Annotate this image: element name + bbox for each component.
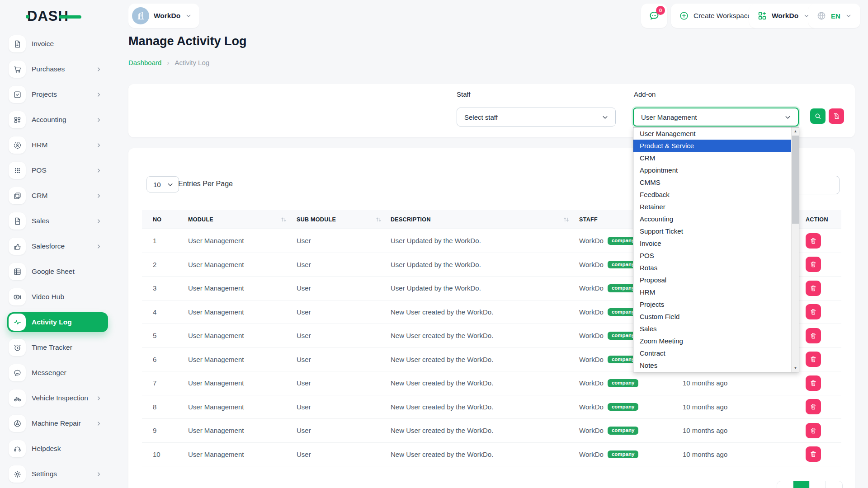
sidebar-item-salesforce[interactable]: Salesforce <box>7 236 108 256</box>
delete-button[interactable] <box>806 446 821 462</box>
dropdown-option-crm[interactable]: CRM <box>633 152 791 164</box>
clear-filter-button[interactable] <box>829 108 844 124</box>
sidebar-item-activity-log[interactable]: Activity Log <box>7 312 108 332</box>
cell-sub-module: User <box>291 403 386 411</box>
sidebar-item-pos[interactable]: POS <box>7 160 108 180</box>
addon-select[interactable]: User Management <box>633 108 799 127</box>
page-button-2[interactable]: 2 <box>810 481 826 488</box>
sidebar-item-video-hub[interactable]: Video Hub <box>7 287 108 307</box>
cell-module: User Management <box>183 332 291 339</box>
scroll-down-arrow[interactable]: ▼ <box>792 364 799 372</box>
search-icon <box>814 113 821 120</box>
dropdown-scrollbar[interactable]: ▲ ▼ <box>791 127 799 372</box>
language-selector[interactable]: EN <box>808 4 860 28</box>
cell-no: 5 <box>142 332 183 339</box>
sidebar-item-hrm[interactable]: HRM <box>7 135 108 155</box>
staff-select[interactable]: Select staff <box>457 108 616 127</box>
dropdown-option-sales[interactable]: Sales <box>633 323 791 335</box>
sidebar-item-label: Salesforce <box>32 242 65 250</box>
sidebar-item-helpdesk[interactable]: Helpdesk <box>7 439 108 459</box>
header-cell-module[interactable]: MODULE <box>183 216 291 223</box>
activity-log-icon <box>13 318 22 327</box>
page-button-1[interactable]: 1 <box>793 481 810 488</box>
dropdown-option-invoice[interactable]: Invoice <box>633 237 791 249</box>
dropdown-option-retainer[interactable]: Retainer <box>633 201 791 213</box>
topbar: DASH WorkDo 0 Create Workspace WorkDo <box>0 0 868 32</box>
cell-sub-module: User <box>291 237 386 244</box>
delete-button[interactable] <box>806 257 821 272</box>
dropdown-option-appointment[interactable]: Appointment <box>633 164 791 176</box>
delete-button[interactable] <box>806 352 821 367</box>
delete-button[interactable] <box>806 375 821 391</box>
sidebar-item-projects[interactable]: Projects <box>7 84 108 104</box>
dropdown-option-rotas[interactable]: Rotas <box>633 262 791 274</box>
cell-no: 10 <box>142 450 183 458</box>
dropdown-option-user-management[interactable]: User Management <box>633 127 791 140</box>
delete-button[interactable] <box>806 399 821 414</box>
breadcrumb-current: Activity Log <box>175 59 209 66</box>
company-badge: company <box>608 450 639 459</box>
table-row-8: 8 User Management User New User created … <box>142 395 841 419</box>
staff-select-value: Select staff <box>464 113 498 121</box>
sidebar-item-settings[interactable]: Settings <box>7 464 108 484</box>
sidebar-item-label: Settings <box>32 470 57 478</box>
sort-icon <box>281 217 287 222</box>
workspace-switcher[interactable]: WorkDo <box>128 4 199 28</box>
cell-module: User Management <box>183 356 291 363</box>
scroll-up-arrow[interactable]: ▲ <box>792 127 799 135</box>
cell-action <box>802 423 841 438</box>
delete-button[interactable] <box>806 423 821 438</box>
sidebar-item-label: Purchases <box>32 65 65 73</box>
scroll-thumb[interactable] <box>792 136 799 224</box>
cell-module: User Management <box>183 427 291 434</box>
dropdown-option-feedback[interactable]: Feedback <box>633 188 791 201</box>
sidebar-item-time-tracker[interactable]: Time Tracker <box>7 338 108 357</box>
dropdown-option-proposal[interactable]: Proposal <box>633 274 791 286</box>
dropdown-option-zoom-meeting[interactable]: Zoom Meeting <box>633 335 791 347</box>
breadcrumb-link-dashboard[interactable]: Dashboard <box>128 59 161 66</box>
sidebar-item-label: Invoice <box>32 40 54 48</box>
delete-button[interactable] <box>806 281 821 296</box>
workspace-name: WorkDo <box>154 12 180 20</box>
sidebar-item-invoice[interactable]: Invoice <box>7 34 108 54</box>
dropdown-option-hrm[interactable]: HRM <box>633 286 791 298</box>
dropdown-option-accounting[interactable]: Accounting <box>633 213 791 225</box>
dropdown-option-cmms[interactable]: CMMS <box>633 176 791 188</box>
trash-icon <box>810 450 817 458</box>
sidebar-item-google-sheet[interactable]: Google Sheet <box>7 262 108 282</box>
header-cell-description[interactable]: DESCRIPTION <box>386 216 574 223</box>
sidebar-item-sales[interactable]: Sales <box>7 211 108 231</box>
header-cell-no[interactable]: NO <box>142 216 183 223</box>
dropdown-option-pos[interactable]: POS <box>633 249 791 262</box>
sidebar-item-label: Projects <box>32 90 57 99</box>
chevron-right-icon <box>96 168 102 174</box>
dropdown-option-product-service[interactable]: Product & Service <box>633 140 791 152</box>
sidebar-item-messenger[interactable]: Messenger <box>7 363 108 383</box>
sidebar-item-vehicle-inspection[interactable]: Vehicle Inspection <box>7 388 108 408</box>
entries-per-page-select[interactable]: 10 <box>146 176 179 192</box>
dropdown-option-custom-field[interactable]: Custom Field <box>633 310 791 323</box>
page-button[interactable]: › <box>826 481 842 488</box>
create-workspace-button[interactable]: Create Workspace <box>671 4 760 28</box>
delete-button[interactable] <box>806 233 821 249</box>
dropdown-option-notes[interactable]: Notes <box>633 359 791 371</box>
sidebar-item-purchases[interactable]: Purchases <box>7 59 108 79</box>
cell-action <box>802 375 841 391</box>
dropdown-option-projects[interactable]: Projects <box>633 298 791 310</box>
delete-button[interactable] <box>806 328 821 343</box>
search-button[interactable] <box>810 108 826 124</box>
cell-description: New User created by the WorkDo. <box>386 356 574 363</box>
delete-button[interactable] <box>806 304 821 319</box>
cell-staff: WorkDo company <box>574 427 680 435</box>
chevron-down-icon <box>845 12 852 19</box>
dropdown-option-contract[interactable]: Contract <box>633 347 791 359</box>
cell-action <box>802 328 841 343</box>
chat-button[interactable]: 0 <box>641 4 667 28</box>
page-button[interactable]: ‹ <box>777 481 793 488</box>
sidebar-item-machine-repair[interactable]: Machine Repair <box>7 413 108 433</box>
header-cell-action[interactable]: ACTION <box>802 216 841 223</box>
dropdown-option-support-ticket[interactable]: Support Ticket <box>633 225 791 237</box>
sidebar-item-accounting[interactable]: Accounting <box>7 110 108 130</box>
sidebar-item-crm[interactable]: CRM <box>7 186 108 206</box>
header-cell-sub-module[interactable]: SUB MODULE <box>291 216 386 223</box>
